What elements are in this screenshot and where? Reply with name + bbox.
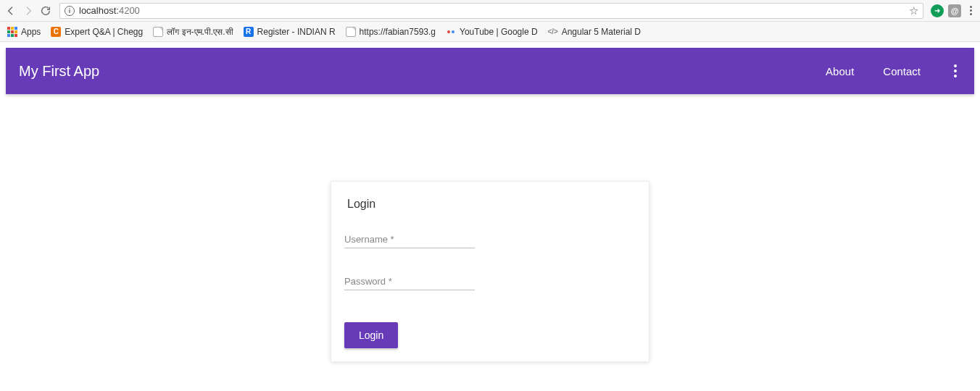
app-title: My First App [19, 63, 99, 80]
main-area: Login Login [6, 94, 974, 362]
username-field[interactable] [344, 231, 475, 248]
reload-button[interactable] [39, 4, 52, 17]
address-bar[interactable]: i localhost:4200 ☆ [59, 3, 923, 19]
url-text: localhost:4200 [79, 5, 140, 16]
bookmark-label: Apps [21, 27, 41, 37]
bookmark-angular[interactable]: </> Angular 5 Material D [548, 27, 641, 37]
document-icon [153, 27, 163, 37]
bookmark-label: https://fabian7593.g [360, 27, 436, 37]
login-button[interactable]: Login [344, 322, 398, 348]
nav-contact[interactable]: Contact [883, 65, 921, 77]
app-menu-button[interactable] [950, 60, 961, 82]
site-icon: R [244, 27, 254, 37]
forward-button [22, 4, 35, 17]
bookmark-fabian[interactable]: https://fabian7593.g [346, 27, 436, 37]
app-nav-right: About Contact [826, 60, 961, 82]
chegg-icon: C [51, 27, 61, 37]
password-field[interactable] [344, 273, 475, 290]
apps-icon [7, 27, 17, 37]
url-port: 4200 [119, 5, 140, 16]
login-card: Login Login [331, 181, 649, 362]
extension-icon-1[interactable]: ➜ [931, 4, 944, 17]
browser-menu-button[interactable] [966, 4, 976, 17]
browser-toolbar: i localhost:4200 ☆ ➜ @ [0, 0, 980, 22]
bookmark-label: Register - INDIAN R [257, 27, 336, 37]
bookmark-star-icon[interactable]: ☆ [909, 4, 918, 17]
document-icon [346, 27, 356, 37]
bookmark-indian[interactable]: R Register - INDIAN R [244, 27, 336, 37]
extension-icon-2[interactable]: @ [948, 4, 961, 17]
page-content: My First App About Contact Login Login [0, 42, 980, 368]
code-icon: </> [548, 27, 558, 37]
youtube-icon [446, 27, 456, 37]
bookmark-chegg[interactable]: C Expert Q&A | Chegg [51, 27, 143, 37]
back-button[interactable] [4, 4, 17, 17]
bookmark-label: Angular 5 Material D [562, 27, 641, 37]
bookmark-label: Expert Q&A | Chegg [65, 27, 143, 37]
bookmark-apps[interactable]: Apps [7, 27, 41, 37]
site-info-icon[interactable]: i [65, 6, 75, 16]
toolbar-right: ☆ [909, 4, 918, 17]
nav-about[interactable]: About [826, 65, 854, 77]
bookmark-label: लॉग इन-एम.पी.एस.सी [167, 27, 233, 37]
bookmarks-bar: Apps C Expert Q&A | Chegg लॉग इन-एम.पी.ए… [0, 22, 980, 42]
app-toolbar: My First App About Contact [6, 48, 974, 94]
login-card-title: Login [347, 198, 636, 211]
bookmark-login-mp[interactable]: लॉग इन-एम.पी.एस.सी [153, 27, 233, 37]
url-host: localhost: [79, 5, 119, 16]
bookmark-youtube[interactable]: YouTube | Google D [446, 27, 538, 37]
bookmark-label: YouTube | Google D [460, 27, 538, 37]
